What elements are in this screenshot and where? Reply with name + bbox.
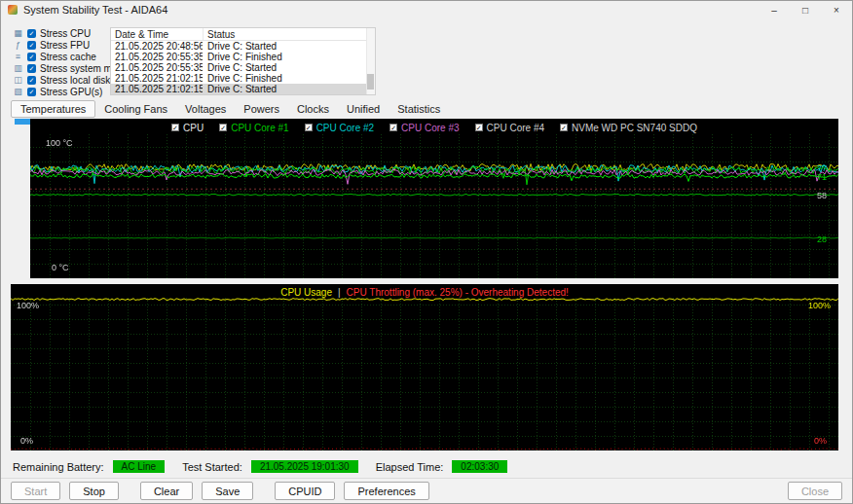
usage-title-part: CPU Usage (280, 287, 332, 298)
legend-item[interactable]: ✓CPU (171, 123, 204, 133)
status-label: Elapsed Time: (376, 461, 444, 473)
log-cell-datetime: 21.05.2025 21:02:15 (111, 84, 204, 94)
axis-value-label: 71 (817, 172, 827, 182)
usage-axis-max-right-label: 100% (808, 301, 831, 310)
stress-option-label: Stress local disks (40, 75, 115, 86)
stress-option-label: Stress cache (40, 52, 96, 62)
status-bar: Remaining Battery:AC LineTest Started:21… (13, 458, 516, 475)
log-cell-datetime: 21.05.2025 20:55:35 (111, 62, 204, 73)
temp-legend: ✓CPU✓CPU Core #1✓CPU Core #2✓CPU Core #3… (30, 119, 838, 134)
temperature-graph-panel: ✓CPU✓CPU Core #1✓CPU Core #2✓CPU Core #3… (30, 119, 838, 278)
cache-icon: ≡ (13, 52, 23, 61)
status-badge: 21.05.2025 19:01:30 (251, 460, 358, 473)
preferences-button[interactable]: Preferences (344, 482, 428, 500)
save-button[interactable]: Save (202, 482, 253, 500)
legend-label: CPU Core #1 (231, 123, 288, 133)
legend-label: NVMe WD PC SN740 SDDQ (572, 123, 697, 133)
tab-bar: TemperaturesCooling FansVoltagesPowersCl… (11, 100, 449, 118)
stress-checkbox[interactable]: ✓ (27, 53, 36, 61)
stress-checkbox[interactable]: ✓ (27, 76, 36, 85)
tab-powers[interactable]: Powers (235, 101, 288, 117)
legend-label: CPU Core #3 (401, 123, 459, 133)
log-row[interactable]: 21.05.2025 20:55:35Drive C: Started (111, 62, 375, 73)
log-row[interactable]: 21.05.2025 21:02:15Drive C: Started (111, 84, 375, 94)
minimize-button[interactable]: – (759, 1, 790, 18)
cpuid-button[interactable]: CPUID (275, 482, 335, 500)
log-row[interactable]: 21.05.2025 20:55:35Drive C: Finished (111, 52, 375, 62)
usage-title-part: CPU Throttling (max. 25%) - Overheating … (347, 287, 569, 298)
legend-label: CPU Core #4 (487, 123, 544, 133)
temp-axis-min-label: 0 °C (52, 263, 69, 272)
usage-axis-min-right-label: 0% (814, 436, 827, 446)
fpu-icon: ƒ (13, 40, 23, 50)
legend-checkbox[interactable]: ✓ (171, 124, 179, 131)
legend-label: CPU Core #2 (316, 123, 374, 133)
memory-icon: ▥ (13, 63, 23, 73)
log-header: Date & TimeStatus (111, 28, 375, 41)
log-table[interactable]: Date & TimeStatus 21.05.2025 20:48:56Dri… (110, 27, 376, 95)
button-group: StartStop (11, 482, 119, 500)
close-action-button[interactable]: Close (788, 482, 842, 500)
tab-statistics[interactable]: Statistics (389, 101, 449, 117)
usage-graph-panel: CPU Usage|CPU Throttling (max. 25%) - Ov… (11, 284, 838, 450)
titlebar-close-button[interactable]: × (821, 1, 852, 18)
log-scrollbar-thumb[interactable] (367, 74, 374, 90)
log-column-status[interactable]: Status (204, 28, 375, 40)
progress-indicator (15, 119, 30, 125)
stress-checkbox[interactable]: ✓ (27, 88, 36, 96)
tab-clocks[interactable]: Clocks (288, 101, 338, 117)
app-icon (8, 5, 18, 15)
legend-checkbox[interactable]: ✓ (389, 124, 397, 131)
stop-button[interactable]: Stop (69, 482, 119, 500)
legend-item[interactable]: ✓CPU Core #2 (305, 123, 374, 133)
start-button[interactable]: Start (11, 482, 60, 500)
log-cell-status: Drive C: Finished (204, 73, 375, 84)
window-title: System Stability Test - AIDA64 (23, 4, 167, 16)
titlebar[interactable]: System Stability Test - AIDA64 –□× (1, 1, 852, 18)
legend-item[interactable]: ✓NVMe WD PC SN740 SDDQ (560, 123, 697, 133)
tab-voltages[interactable]: Voltages (176, 101, 235, 117)
status-badge: AC Line (113, 460, 166, 473)
legend-item[interactable]: ✓CPU Core #1 (219, 123, 288, 133)
legend-item[interactable]: ✓CPU Core #4 (475, 123, 544, 133)
legend-label: CPU (183, 123, 204, 133)
maximize-button[interactable]: □ (790, 1, 821, 18)
status-label: Remaining Battery: (13, 461, 104, 473)
button-group: CPUIDPreferences (275, 482, 429, 500)
button-bar: StartStopClearSaveCPUIDPreferences Close (1, 478, 852, 503)
temperature-graph (30, 134, 838, 278)
stress-checkbox[interactable]: ✓ (27, 64, 36, 73)
stress-option-label: Stress FPU (40, 40, 90, 51)
log-cell-datetime: 21.05.2025 20:48:56 (111, 41, 204, 52)
log-cell-datetime: 21.05.2025 20:55:35 (111, 52, 204, 62)
usage-graph-title: CPU Usage|CPU Throttling (max. 25%) - Ov… (11, 284, 838, 298)
status-badge: 02:03:30 (452, 460, 507, 473)
app-window: System Stability Test - AIDA64 –□× ▦✓Str… (0, 0, 853, 504)
log-row[interactable]: 21.05.2025 20:48:56Drive C: Started (111, 41, 375, 52)
tab-cooling-fans[interactable]: Cooling Fans (95, 101, 176, 117)
stress-option-label: Stress GPU(s) (40, 87, 102, 97)
log-row[interactable]: 21.05.2025 21:02:15Drive C: Finished (111, 73, 375, 84)
log-scrollbar[interactable] (366, 28, 375, 94)
stress-checkbox[interactable]: ✓ (27, 29, 36, 38)
window-controls: –□× (759, 1, 852, 18)
log-cell-status: Drive C: Started (204, 62, 375, 73)
usage-axis-min-left-label: 0% (20, 436, 33, 446)
legend-item[interactable]: ✓CPU Core #3 (389, 123, 459, 133)
cpu-icon: ▦ (13, 28, 23, 38)
log-column-datetime[interactable]: Date & Time (111, 28, 204, 40)
tab-temperatures[interactable]: Temperatures (11, 100, 95, 118)
legend-checkbox[interactable]: ✓ (560, 124, 568, 131)
clear-button[interactable]: Clear (140, 482, 193, 500)
legend-checkbox[interactable]: ✓ (305, 124, 313, 131)
button-groups: StartStopClearSaveCPUIDPreferences (11, 482, 429, 500)
axis-value-label: 58 (817, 191, 827, 200)
tab-unified[interactable]: Unified (338, 101, 389, 117)
legend-checkbox[interactable]: ✓ (475, 124, 483, 131)
log-cell-datetime: 21.05.2025 21:02:15 (111, 73, 204, 84)
log-cell-status: Drive C: Started (204, 84, 375, 94)
log-cell-status: Drive C: Finished (204, 52, 375, 62)
legend-checkbox[interactable]: ✓ (219, 124, 227, 131)
stress-checkbox[interactable]: ✓ (27, 41, 36, 50)
log-cell-status: Drive C: Started (204, 41, 375, 52)
